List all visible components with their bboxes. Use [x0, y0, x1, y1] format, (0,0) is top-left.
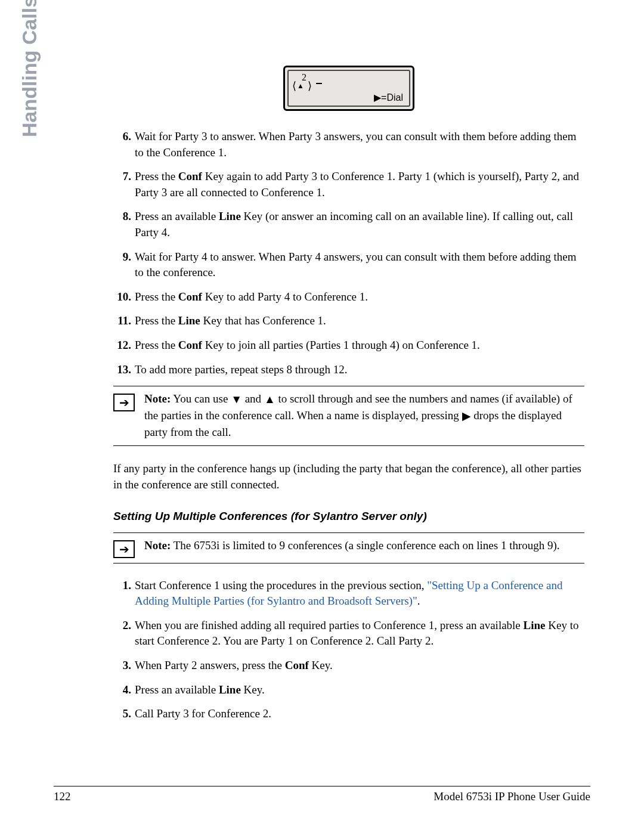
step-6: 6. Wait for Party 3 to answer. When Part… — [113, 129, 584, 160]
note-block-1: ➔ Note: You can use ▼ and ▲ to scroll th… — [113, 386, 584, 445]
step-number: 13. — [113, 362, 131, 378]
step-10: 10. Press the Conf Key to add Party 4 to… — [113, 289, 584, 305]
arrow-right-icon: ➔ — [113, 394, 135, 411]
step-text: Start Conference 1 using the procedures … — [135, 578, 584, 609]
step-text: Wait for Party 4 to answer. When Party 4… — [135, 249, 584, 281]
sub-heading: Setting Up Multiple Conferences (for Syl… — [113, 510, 584, 523]
instruction-list-1: 6. Wait for Party 3 to answer. When Part… — [113, 129, 584, 377]
step-number: 2. — [113, 618, 131, 649]
screen-bracket-right: ⟩ — [308, 79, 312, 92]
step-text: When Party 2 answers, press the Conf Key… — [135, 658, 584, 674]
up-arrow-icon: ▲ — [264, 392, 275, 408]
step-text: Press the Conf Key again to add Party 3 … — [135, 169, 584, 200]
arrow-right-icon: ➔ — [113, 540, 135, 558]
step-number: 7. — [113, 169, 131, 200]
step-12: 12. Press the Conf Key to join all parti… — [113, 337, 584, 354]
screen-dial-label: ▶=Dial — [374, 92, 403, 103]
step-number: 9. — [113, 249, 131, 281]
step-13: 13. To add more parties, repeat steps 8 … — [113, 362, 584, 378]
step-text: Call Party 3 for Conference 2. — [135, 706, 584, 722]
page-footer: 122 Model 6753i IP Phone User Guide — [54, 786, 590, 803]
phone-screen-figure: ⟨ 2 ⟩ ▲ ▶=Dial — [283, 66, 414, 111]
down-arrow-icon: ▼ — [231, 392, 242, 408]
step-number: 8. — [113, 209, 131, 240]
note-text: Note: You can use ▼ and ▲ to scroll thro… — [144, 391, 584, 440]
step-number: 4. — [113, 682, 131, 698]
step-number: 11. — [113, 313, 131, 329]
step-11: 11. Press the Line Key that has Conferen… — [113, 313, 584, 329]
note-text: Note: The 6753i is limited to 9 conferen… — [144, 538, 584, 554]
document-title: Model 6753i IP Phone User Guide — [434, 790, 590, 803]
step-7: 7. Press the Conf Key again to add Party… — [113, 169, 584, 200]
step-text: When you are finished adding all require… — [135, 618, 584, 649]
note-block-2: ➔ Note: The 6753i is limited to 9 confer… — [113, 532, 584, 563]
step-9: 9. Wait for Party 4 to answer. When Part… — [113, 249, 584, 281]
step-text: Press an available Line Key. — [135, 682, 584, 698]
step-text: To add more parties, repeat steps 8 thro… — [135, 362, 584, 378]
step-4b: 4. Press an available Line Key. — [113, 682, 584, 698]
step-5b: 5. Call Party 3 for Conference 2. — [113, 706, 584, 722]
right-arrow-icon: ▶ — [462, 408, 471, 425]
screen-bracket-left: ⟨ — [292, 79, 296, 92]
page-number: 122 — [54, 790, 71, 803]
screen-caret-icon: ▲ — [297, 82, 304, 91]
step-text: Press the Conf Key to add Party 4 to Con… — [135, 289, 584, 305]
step-number: 10. — [113, 289, 131, 305]
step-number: 1. — [113, 578, 131, 609]
step-text: Wait for Party 3 to answer. When Party 3… — [135, 129, 584, 160]
step-number: 3. — [113, 658, 131, 674]
step-text: Press the Conf Key to join all parties (… — [135, 337, 584, 354]
screen-cursor — [316, 83, 322, 84]
body-paragraph: If any party in the conference hangs up … — [113, 460, 584, 493]
step-text: Press an available Line Key (or answer a… — [135, 209, 584, 240]
section-tab: Handling Calls — [18, 0, 41, 137]
step-text: Press the Line Key that has Conference 1… — [135, 313, 584, 329]
step-number: 6. — [113, 129, 131, 160]
step-3b: 3. When Party 2 answers, press the Conf … — [113, 658, 584, 674]
step-8: 8. Press an available Line Key (or answe… — [113, 209, 584, 240]
step-number: 12. — [113, 337, 131, 354]
step-number: 5. — [113, 706, 131, 722]
step-2b: 2. When you are finished adding all requ… — [113, 618, 584, 649]
step-1b: 1. Start Conference 1 using the procedur… — [113, 578, 584, 609]
instruction-list-2: 1. Start Conference 1 using the procedur… — [113, 578, 584, 722]
